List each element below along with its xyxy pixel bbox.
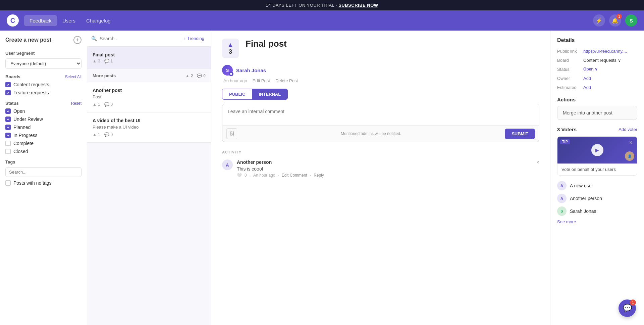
tags-search-input[interactable] [5,167,82,177]
details-title: Details [557,37,637,43]
post-item-another[interactable]: Another post Post ▲1 💬0 [87,82,211,112]
search-icon: 🔍 [91,36,97,41]
nav-changelog[interactable]: Changelog [81,15,116,26]
status-in-progress[interactable]: In Progress [5,133,82,138]
status-checkbox-planned [5,125,11,130]
author-avatar: S [222,65,233,76]
notifications-btn[interactable]: 🔔 1 [609,14,621,27]
chat-badge: 1 [630,299,636,306]
voter-item-1: A Another person [557,194,637,203]
nav-users[interactable]: Users [57,15,81,26]
chat-button[interactable]: 💬 1 [619,299,636,317]
edit-post-link[interactable]: Edit Post [253,78,270,83]
board-label-content: Content requests [13,82,49,87]
post-title-final: Final post [93,52,206,57]
close-activity-icon[interactable]: × [536,159,539,178]
reset-button[interactable]: Reset [71,101,82,106]
image-upload-button[interactable]: 🖼 [226,128,237,139]
reply-link-0[interactable]: Reply [314,173,324,178]
tip-text: Vote on behalf of your users [557,164,637,175]
tags-title: Tags [5,159,82,165]
merge-button[interactable]: Merge into another post [557,106,637,120]
post-time: An hour ago [223,78,247,83]
status-value[interactable]: Open ∨ [583,67,598,72]
author-badge [229,72,233,76]
post-item-final[interactable]: Final post ▲ 3 💬 1 [87,47,211,69]
owner-label: Owner [557,76,581,81]
comment-input[interactable] [222,104,539,124]
posts-no-tags[interactable]: Posts with no tags [5,180,82,186]
segment-select[interactable]: Everyone (default) [5,58,82,69]
status-open[interactable]: Open [5,108,82,114]
comment-icon-final: 💬 [104,59,109,63]
lightning-icon-btn[interactable]: ⚡ [593,14,605,27]
create-post-button[interactable]: Create a new post + [5,36,82,44]
posts-search-input[interactable] [100,36,178,41]
status-label-complete: Complete [13,141,34,146]
tab-internal[interactable]: INTERNAL [252,89,287,99]
status-planned[interactable]: Planned [5,125,82,130]
voter-item-0: A A new user [557,181,637,190]
public-link-label: Public link [557,49,581,54]
estimated-label: Estimated [557,85,581,90]
estimated-add-button[interactable]: Add [583,85,591,90]
more-posts-header: More posts ▲2 💬0 [87,69,211,82]
submit-comment-button[interactable]: SUBMIT [505,129,535,139]
left-sidebar: Create a new post + User Segment Everyon… [0,31,87,325]
select-all-button[interactable]: Select All [65,75,82,79]
activity-time-0: An hour ago [253,173,275,178]
post-item-video[interactable]: A video of the best UI Please make a UI … [87,112,211,143]
tip-close-button[interactable]: × [628,139,634,146]
detail-owner: Owner Add [557,76,637,81]
see-more-button[interactable]: See more [557,219,637,224]
status-complete[interactable]: Complete [5,141,82,146]
public-link-value[interactable]: https://ui-feed.canny.... [583,49,627,54]
tip-card-image: TIP ▶ 👤 × [557,137,637,164]
trending-button[interactable]: ↑ Trending [181,35,207,42]
post-subtitle-video: Please make a UI video [93,125,206,130]
vote-box[interactable]: 3 [222,39,239,58]
svg-point-0 [230,73,232,75]
board-feature-requests[interactable]: Feature requests [5,90,82,95]
right-sidebar: Details Public link https://ui-feed.cann… [550,31,644,325]
edit-comment-link-0[interactable]: Edit Comment [282,173,307,178]
board-label-feature: Feature requests [13,90,49,95]
delete-post-link[interactable]: Delete Post [275,78,298,83]
board-value[interactable]: Content requests ∨ [583,58,621,63]
app-logo: C [7,14,19,27]
user-avatar[interactable]: S [625,14,637,27]
comment-notice: Mentioned admins will be notified. [341,131,401,136]
subscribe-link[interactable]: SUBSCRIBE NOW [338,3,378,8]
author-row: S Sarah Jonas [222,65,539,76]
status-checkbox-under-review [5,117,11,122]
activity-likes-0: 0 [245,173,247,178]
status-checkbox-open [5,108,11,114]
post-meta-final: ▲ 3 💬 1 [93,59,206,63]
main-content: 3 Final post S Sarah Jonas An hour ago E… [211,31,550,325]
owner-add-button[interactable]: Add [583,76,591,81]
post-title-another: Another post [93,88,206,93]
voter-name-1: Another person [570,196,602,201]
tip-play-button[interactable]: ▶ [591,144,603,156]
add-voter-button[interactable]: Add voter [619,127,637,132]
status-label-closed: Closed [13,149,28,154]
actions-title: Actions [557,97,637,102]
create-post-label: Create a new post [5,37,51,43]
tab-public[interactable]: PUBLIC [222,89,252,99]
detail-public-link: Public link https://ui-feed.canny.... [557,49,637,54]
app-body: Create a new post + User Segment Everyon… [0,31,644,325]
activity-content-0: Another person This is coool 🤍 0 · An ho… [237,159,532,178]
trending-label: Trending [187,36,204,41]
status-under-review[interactable]: Under Review [5,117,82,122]
status-closed[interactable]: Closed [5,149,82,154]
board-content-requests[interactable]: Content requests [5,82,82,87]
board-label: Board [557,58,581,63]
votes-meta-final: ▲ 3 [93,59,100,63]
detail-board: Board Content requests ∨ [557,58,637,63]
voter-name-2: Sarah Jonas [570,208,596,214]
posts-list: Final post ▲ 3 💬 1 More posts [87,47,211,325]
nav-feedback[interactable]: Feedback [24,15,57,26]
post-header: 3 Final post [222,39,539,58]
board-checkbox-content [5,82,11,87]
post-subtitle-another: Post [93,94,206,99]
